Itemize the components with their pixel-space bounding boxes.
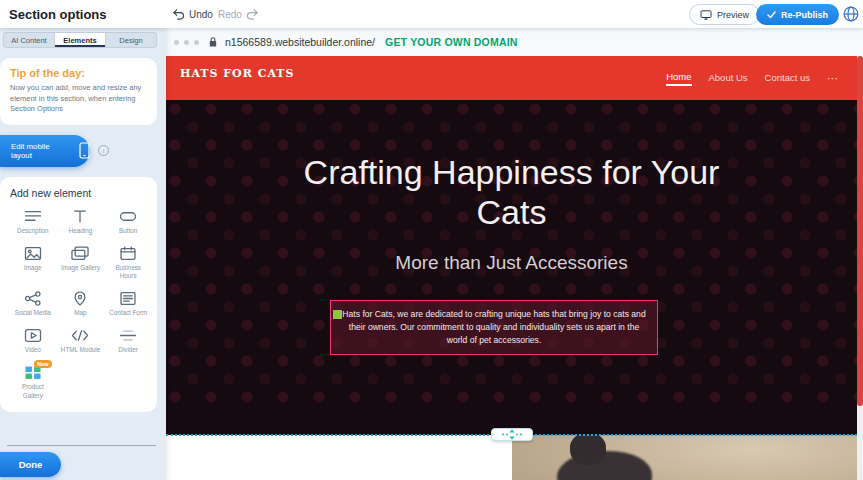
monitor-icon: [700, 10, 712, 20]
preview-button[interactable]: Preview: [689, 4, 760, 25]
redo-button[interactable]: Redo: [218, 9, 259, 20]
get-own-domain-link[interactable]: GET YOUR OWN DOMAIN: [385, 36, 518, 48]
info-icon[interactable]: i: [98, 145, 109, 156]
selected-text-element[interactable]: Hats for Cats, we are dedicated to craft…: [330, 300, 658, 355]
redo-label: Redo: [218, 9, 242, 20]
language-globe-icon[interactable]: [843, 6, 859, 22]
nav-home[interactable]: Home: [666, 71, 691, 86]
element-contact-form[interactable]: Contact Form: [105, 291, 151, 317]
nav-contact-us[interactable]: Contact us: [765, 72, 810, 85]
tip-title: Tip of the day:: [10, 67, 147, 79]
social-media-icon: [23, 291, 43, 306]
nav-more-icon[interactable]: ⋯: [827, 72, 839, 85]
heading-icon: [70, 209, 90, 224]
republish-button[interactable]: Re-Publish: [756, 4, 839, 25]
redo-icon: [246, 9, 259, 20]
text-element-content: Hats for Cats, we are dedicated to craft…: [342, 309, 645, 345]
sidebar-divider: [7, 445, 156, 446]
image-gallery-icon: [70, 246, 90, 261]
hero-section: Crafting Happiness for Your Cats More th…: [166, 100, 857, 406]
nav-about-us[interactable]: About Us: [709, 72, 748, 85]
video-icon: [23, 328, 43, 343]
undo-button[interactable]: Undo: [172, 9, 213, 20]
new-badge: New: [34, 360, 51, 368]
hero-subtitle[interactable]: More than Just Accessories: [166, 252, 857, 274]
resize-arrows-icon: [499, 429, 525, 440]
add-element-title: Add new element: [10, 187, 151, 199]
element-button[interactable]: Button: [105, 209, 151, 235]
phone-icon: [79, 142, 90, 159]
element-divider[interactable]: Divider: [105, 328, 151, 354]
element-business-hours[interactable]: Business Hours: [105, 246, 151, 280]
window-dot: [194, 40, 199, 45]
element-image-gallery[interactable]: Image Gallery: [58, 246, 104, 280]
done-button[interactable]: Done: [0, 452, 61, 477]
element-description[interactable]: Description: [10, 209, 56, 235]
element-drag-handle[interactable]: [333, 310, 342, 319]
top-bar: Section options Undo Redo Preview Re-Pub…: [0, 0, 863, 28]
tab-design[interactable]: Design: [106, 33, 156, 47]
tip-of-the-day-card: Tip of the day: Now you can add, move an…: [0, 58, 157, 125]
preview-label: Preview: [717, 10, 749, 20]
undo-label: Undo: [189, 9, 213, 20]
html-module-icon: [70, 328, 90, 343]
divider-icon: [118, 328, 138, 343]
tab-elements[interactable]: Elements: [55, 33, 106, 47]
scrollbar-thumb[interactable]: [857, 56, 863, 406]
sidebar-tabs: AI Content Elements Design: [3, 32, 157, 48]
cat-photo: [512, 435, 857, 480]
element-image[interactable]: Image: [10, 246, 56, 280]
preview-scrollbar: [857, 56, 863, 480]
element-grid: Description Heading Button Image Image G…: [10, 209, 151, 400]
business-hours-icon: [118, 246, 138, 261]
window-dot: [184, 40, 189, 45]
hero-title[interactable]: Crafting Happiness for Your Cats: [272, 152, 752, 232]
republish-label: Re-Publish: [781, 10, 828, 20]
add-element-panel: Add new element Description Heading Butt…: [0, 177, 157, 412]
element-heading[interactable]: Heading: [58, 209, 104, 235]
tab-ai-content[interactable]: AI Content: [4, 33, 55, 47]
check-icon: [767, 11, 776, 19]
element-html-module[interactable]: HTML Module: [58, 328, 104, 354]
page-title: Section options: [9, 7, 107, 22]
edit-mobile-label: Edit mobile layout: [11, 142, 72, 160]
description-icon: [23, 209, 43, 224]
mobile-layout-row: Edit mobile layout i: [0, 135, 166, 167]
element-product-gallery[interactable]: New Product Gallery: [10, 365, 56, 399]
browser-bar: n1566589.websitebuilder.online/ GET YOUR…: [166, 28, 863, 56]
site-url: n1566589.websitebuilder.online/: [225, 36, 375, 48]
element-social-media[interactable]: Social Media: [10, 291, 56, 317]
window-dot: [174, 40, 179, 45]
preview-area: n1566589.websitebuilder.online/ GET YOUR…: [166, 28, 863, 480]
element-map[interactable]: Map: [58, 291, 104, 317]
cat-head-shape: [570, 435, 606, 465]
map-icon: [70, 291, 90, 306]
history-controls: Undo Redo: [172, 0, 259, 28]
lock-icon: [208, 36, 218, 48]
site-nav: Home About Us Contact us ⋯: [666, 56, 839, 100]
contact-form-icon: [118, 291, 138, 306]
button-icon: [118, 209, 138, 224]
edit-mobile-layout-button[interactable]: Edit mobile layout: [0, 135, 90, 167]
image-icon: [23, 246, 43, 261]
site-header: HATS FOR CATS Home About Us Contact us ⋯: [166, 56, 857, 100]
sidebar: AI Content Elements Design Tip of the da…: [0, 28, 166, 480]
element-video[interactable]: Video: [10, 328, 56, 354]
section-resize-handle[interactable]: [491, 428, 533, 441]
undo-icon: [172, 9, 185, 20]
tip-body: Now you can add, move and resize any ele…: [10, 83, 147, 115]
website-canvas: HATS FOR CATS Home About Us Contact us ⋯…: [166, 56, 857, 480]
next-section-blank: [166, 435, 512, 480]
site-logo[interactable]: HATS FOR CATS: [180, 67, 294, 80]
